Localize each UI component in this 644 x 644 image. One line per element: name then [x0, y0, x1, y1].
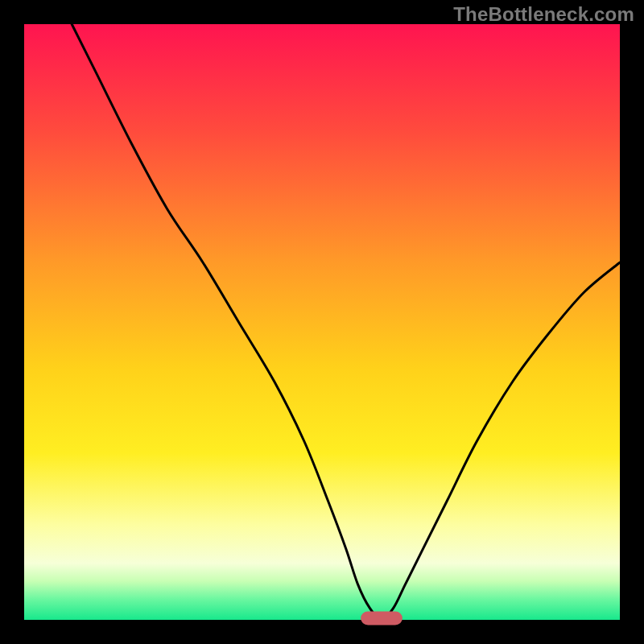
chart-svg	[0, 0, 644, 644]
watermark-text: TheBottleneck.com	[453, 3, 634, 26]
optimum-marker	[361, 611, 402, 625]
plot-area	[24, 24, 620, 620]
chart-frame: TheBottleneck.com	[0, 0, 644, 644]
